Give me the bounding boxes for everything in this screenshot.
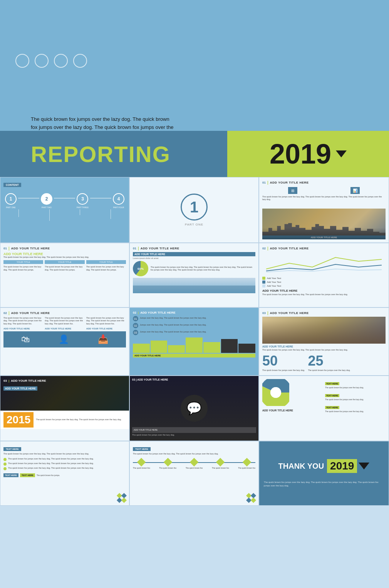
slide-footer-bar: ADD YOUR TITLE HERE — [262, 236, 386, 239]
hero-banner: REPORTING 2019 — [0, 131, 389, 177]
dark-photo: 03 | ADD YOUR TITLE HERE ADD YOUR TITLE … — [0, 376, 129, 411]
diamond-group — [117, 494, 126, 502]
tp-5: The quick brown fox — [238, 459, 255, 469]
slide-threetext: 02 | ADD YOUR TITLE HERE The quick brown… — [0, 307, 129, 375]
cn-label-2: PART TWO — [42, 206, 52, 209]
ttext-3: The quick brown fox — [186, 467, 203, 469]
hero-year-block: 2019 — [227, 131, 389, 177]
stat-text-2: The quick brown fox jumps over the lazy … — [308, 369, 350, 372]
tpoint-1 — [137, 458, 146, 466]
legend-dot-3 — [262, 284, 265, 287]
slide-content-menu: CONTENT 1 PART ONE 2 PART TWO 3 PART THR… — [0, 177, 129, 243]
nl-item-1: 01 Jumps over the lazy dog. The quick br… — [133, 316, 255, 321]
year-2015: 2015 — [3, 412, 34, 428]
slide-chat: 03 | ADD YOUR TITLE HERE 💬 ADD YOUR TITL… — [129, 376, 259, 441]
ty-triangle — [359, 463, 369, 469]
stats-row: 50 The quick brown fox jumps over the la… — [262, 353, 386, 372]
nl-num-1: 01 — [133, 316, 138, 321]
bar-2 — [151, 341, 168, 353]
stat-1: 50 The quick brown fox jumps over the la… — [262, 353, 305, 372]
legend-2: Add Your Text — [262, 281, 386, 284]
col-text-1: The quick brown fox jumps over the lazy … — [3, 266, 43, 271]
bar-1 — [133, 344, 150, 353]
text-item-2: TEXT HERE The quick brown fox jumps over… — [325, 391, 386, 401]
ttext-4: The quick brown fox — [212, 467, 229, 469]
nl-text-2: Jumps over the lazy dog. The quick brown… — [140, 323, 206, 326]
stat-num-1: 50 — [262, 353, 305, 369]
three-cols-labels: YOUR TITLE YOUR TITLE YOUR TITLE — [3, 260, 126, 264]
col-text-3: The quick brown fox jumps over the lazy … — [86, 266, 126, 271]
slide-linechart: 02 | ADD YOUR TITLE HERE Add Your Text A… — [259, 243, 389, 307]
legend-dot-1 — [262, 277, 265, 280]
bullet-3 — [3, 467, 7, 470]
text-badge: TEXT HERE — [3, 447, 21, 451]
line-subtitle: ADD YOUR TITLE HERE — [262, 289, 386, 292]
three-text-cols: The quick brown fox jumps over the lazy … — [3, 317, 126, 325]
timeline-badge: TEXT HERE — [133, 447, 151, 451]
slide-num: 01 — [262, 181, 266, 184]
chat-bubble-icon: 💬 — [181, 395, 208, 422]
slide-icons: ⊞ 📊 — [262, 187, 386, 194]
city-photo: ADD YOUR TITLE HERE — [262, 209, 386, 239]
people-photo — [262, 317, 386, 344]
nl-item-3: 03 Jumps over the lazy dog. The quick br… — [133, 330, 255, 335]
nl-text-3: Jumps over the lazy dog. The quick brown… — [140, 330, 206, 333]
slide-three-title: 02 | ADD YOUR TITLE HERE — [3, 311, 126, 315]
chat-body: ADD YOUR TITLE HERE — [132, 427, 256, 433]
chat-text: ADD YOUR TITLE HERE The quick brown fox … — [132, 427, 256, 436]
content-label: CONTENT — [3, 183, 21, 187]
pie2-layout: ADD YOUR TITLE HERE TEXT HERE The quick … — [262, 379, 386, 413]
hero-year: 2019 — [270, 138, 331, 170]
pie2-svg — [262, 379, 289, 406]
slide-city: 01 | ADD YOUR TITLE HERE ⊞ 📊 The quick b… — [259, 177, 389, 243]
cn-circle-1: 1 — [5, 193, 17, 205]
cn-circle-2: 2 — [41, 193, 52, 205]
people-subtitle: ADD YOUR TITLE HERE — [262, 345, 386, 348]
tpoint-5 — [242, 458, 251, 466]
cn-circle-3: 3 — [77, 193, 88, 205]
bar-5 — [203, 342, 220, 353]
slide-thankyou: THANK YOU 2019 The quick brown fox jumps… — [259, 441, 389, 506]
tp-1: The quick brown fox — [133, 459, 150, 469]
slide-darkphoto: 03 | ADD YOUR TITLE HERE ADD YOUR TITLE … — [0, 376, 129, 441]
circle-2 — [35, 54, 49, 68]
tpoint-3 — [190, 458, 199, 466]
stat-text-1: The quick brown fox jumps over the lazy … — [262, 369, 305, 372]
slide-city-body: The quick brown fox jumps over the lazy … — [262, 195, 386, 201]
ty-label: THANK YOU — [278, 462, 324, 471]
landscape-photo — [133, 278, 255, 293]
col-label-3: YOUR TITLE — [86, 260, 126, 264]
add-title-2: ADD YOUR TITLE HERE — [45, 327, 84, 330]
text-badge-2: TEXT HERE — [325, 394, 339, 397]
text-body-3: The quick brown fox jumps over the lazy … — [325, 410, 386, 413]
diamond-4 — [121, 497, 127, 503]
slide-bar-title: 02 | ADD YOUR TITLE HERE — [133, 311, 255, 314]
icon-table: ⊞ — [288, 187, 297, 194]
add-title-3: ADD YOUR TITLE HERE — [86, 327, 126, 330]
pie-body: The quick brown fox jumps over the lazy … — [151, 266, 255, 271]
content-item-1: 1 PART ONE — [5, 193, 17, 209]
list-item-3: The quick brown fox jumps over the lazy … — [3, 467, 126, 470]
people-body: The quick brown fox jumps over the lazy … — [262, 349, 386, 351]
pie-subtitle: ADD YOUR TITLE HERE — [133, 252, 255, 256]
ttext-5: The quick brown fox — [238, 467, 255, 469]
hero-title: REPORTING — [0, 141, 227, 167]
inbox-icon: 📥 — [98, 334, 108, 344]
tp-3: The quick brown fox — [186, 459, 203, 469]
ttext-1: The quick brown fox — [133, 467, 150, 469]
slide-pie-title: 01 | ADD YOUR TITLE HERE — [133, 246, 255, 251]
person-icon: 👤 — [59, 334, 69, 344]
year-body: The quick brown fox jumps over the lazy … — [36, 418, 121, 421]
sub-text: The quick brown fox jumps. — [37, 474, 60, 476]
cn-label-1: PART ONE — [6, 206, 15, 209]
content-item-4: 4 PART FOUR — [113, 193, 124, 209]
pie2-title: ADD YOUR TITLE HERE — [262, 409, 323, 412]
content-item-2: 2 PART TWO — [41, 193, 52, 209]
legend-1: Add Your Text — [262, 277, 386, 280]
text-col-2: The quick brown fox jumps over the lazy … — [45, 317, 84, 325]
bullet-2 — [3, 463, 7, 466]
list-item-1: The quick brown fox jumps over the lazy … — [3, 458, 126, 461]
slide-line-title: 02 | ADD YOUR TITLE HERE — [262, 246, 386, 251]
three-cols-text: The quick brown fox jumps over the lazy … — [3, 266, 126, 271]
col-label-2: YOUR TITLE — [45, 260, 84, 264]
